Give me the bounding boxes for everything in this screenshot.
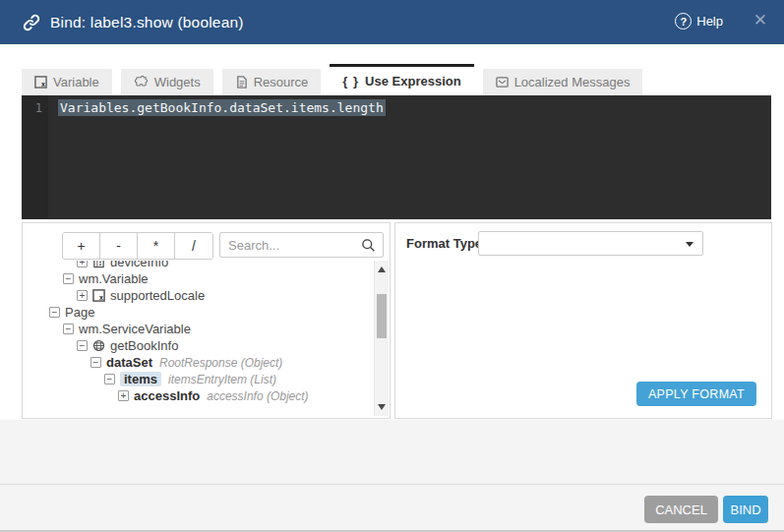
- tab-label: Widgets: [154, 75, 201, 89]
- svg-text:x: x: [99, 294, 103, 301]
- node-label: items: [120, 372, 161, 386]
- collapse-icon[interactable]: −: [63, 324, 74, 334]
- dialog-footer: CANCEL BIND: [0, 420, 784, 530]
- search-icon: [361, 238, 376, 257]
- tab-label: Use Expression: [365, 74, 461, 89]
- scrollbar-thumb[interactable]: [377, 294, 387, 338]
- tab-variable[interactable]: x Variable: [22, 69, 112, 95]
- bind-button[interactable]: BIND: [723, 496, 768, 523]
- tab-widgets[interactable]: Widgets: [121, 69, 213, 95]
- expression-text[interactable]: Variables.getBookInfo.dataSet.items.leng…: [58, 99, 386, 116]
- editor-code-area[interactable]: Variables.getBookInfo.dataSet.items.leng…: [48, 95, 771, 219]
- dialog-header: Bind: label3.show (boolean) ? Help ✕: [0, 0, 784, 44]
- tree-node-page[interactable]: − Page: [24, 304, 373, 321]
- dropdown-caret-icon: [686, 242, 694, 247]
- node-type: RootResponse (Object): [159, 356, 282, 370]
- node-label: getBookInfo: [110, 338, 178, 353]
- collapse-icon[interactable]: −: [63, 273, 74, 284]
- tab-label: Localized Messages: [514, 75, 631, 89]
- plus-operator-button[interactable]: +: [63, 233, 100, 259]
- collapse-icon[interactable]: −: [104, 374, 115, 384]
- widgets-icon: [134, 75, 149, 89]
- expand-icon[interactable]: +: [118, 390, 129, 401]
- expand-icon[interactable]: +: [77, 290, 88, 301]
- editor-gutter: 1: [22, 95, 48, 219]
- format-type-select[interactable]: [478, 231, 703, 256]
- variable-icon: x: [34, 76, 47, 89]
- tab-localized-messages[interactable]: Localized Messages: [483, 69, 643, 95]
- help-icon: ?: [675, 13, 692, 30]
- tree-search-box: [219, 232, 384, 258]
- expression-braces-icon: { }: [342, 74, 359, 89]
- expression-editor[interactable]: 1 Variables.getBookInfo.dataSet.items.le…: [22, 95, 771, 219]
- node-type: itemsEntryItem (List): [168, 373, 276, 386]
- help-button[interactable]: ? Help: [675, 13, 723, 30]
- operator-button-group: + - * /: [62, 232, 213, 260]
- multiply-operator-button[interactable]: *: [138, 233, 175, 259]
- localized-messages-icon: [496, 76, 509, 89]
- node-label: deviceInfo: [110, 261, 168, 269]
- variables-tree-panel: + - * / + deviceInfo − wm.Variable: [22, 222, 391, 419]
- tab-label: Variable: [53, 75, 99, 89]
- tree-node-getbookinfo[interactable]: − getBookInfo: [24, 337, 373, 354]
- format-panel: Format Type APPLY FORMAT: [394, 222, 772, 419]
- node-type: accessInfo (Object): [207, 389, 308, 403]
- footer-divider: [0, 484, 784, 485]
- node-label: Page: [65, 305, 94, 320]
- variables-tree: + deviceInfo − wm.Variable + x supported…: [24, 261, 373, 416]
- divide-operator-button[interactable]: /: [175, 233, 212, 259]
- tree-node-accessinfo[interactable]: + accessInfo accessInfo (Object): [24, 387, 373, 404]
- minus-operator-button[interactable]: -: [100, 233, 138, 259]
- node-label: dataSet: [106, 355, 152, 370]
- format-type-label: Format Type: [406, 236, 482, 251]
- svg-text:x: x: [41, 81, 45, 88]
- search-input[interactable]: [220, 233, 356, 257]
- tree-node-wm-variable[interactable]: − wm.Variable: [24, 270, 373, 287]
- line-number: 1: [22, 101, 42, 115]
- bind-link-icon: [22, 13, 41, 32]
- dialog-title: Bind: label3.show (boolean): [50, 14, 244, 31]
- expand-icon[interactable]: +: [77, 261, 88, 267]
- tab-use-expression[interactable]: { } Use Expression: [330, 64, 473, 95]
- tree-node-dataset[interactable]: − dataSet RootResponse (Object): [24, 354, 373, 371]
- collapse-icon[interactable]: −: [77, 340, 88, 351]
- tree-node-wm-servicevariable[interactable]: − wm.ServiceVariable: [24, 321, 373, 337]
- tree-node-supportedlocale[interactable]: + x supportedLocale: [24, 287, 373, 304]
- apply-format-button[interactable]: APPLY FORMAT: [636, 382, 756, 406]
- variable-icon: x: [92, 289, 105, 302]
- tab-label: Resource: [254, 75, 309, 89]
- close-icon[interactable]: ✕: [754, 11, 767, 30]
- scroll-down-icon[interactable]: [378, 404, 386, 410]
- tree-node-items-selected[interactable]: − items itemsEntryItem (List): [24, 371, 373, 387]
- tree-scrollbar[interactable]: [374, 261, 389, 416]
- device-icon: [92, 261, 105, 268]
- cancel-button[interactable]: CANCEL: [644, 496, 718, 523]
- collapse-icon[interactable]: −: [49, 307, 60, 318]
- tab-resource[interactable]: Resource: [222, 69, 322, 95]
- node-label: wm.Variable: [79, 271, 149, 286]
- tab-bar: x Variable Widgets Resource { } Use Expr…: [22, 64, 651, 95]
- scroll-up-icon[interactable]: [378, 266, 386, 272]
- collapse-icon[interactable]: −: [90, 357, 101, 368]
- node-label: accessInfo: [134, 388, 200, 403]
- resource-icon: [235, 76, 248, 89]
- tree-node-deviceinfo[interactable]: + deviceInfo: [24, 261, 373, 270]
- node-label: wm.ServiceVariable: [79, 322, 191, 336]
- bind-dialog: Bind: label3.show (boolean) ? Help ✕ x V…: [0, 0, 784, 532]
- node-label: supportedLocale: [110, 288, 205, 303]
- service-variable-globe-icon: [92, 339, 105, 352]
